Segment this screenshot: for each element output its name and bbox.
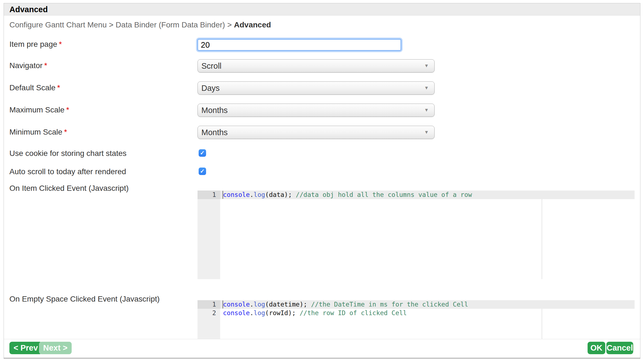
auto-scroll-checkbox[interactable]: ✓ [199, 168, 206, 175]
required-asterisk: * [57, 83, 60, 92]
editor-print-margin [542, 191, 542, 279]
ok-button[interactable]: OK [588, 342, 605, 354]
breadcrumb: Configure Gantt Chart Menu>Data Binder (… [9, 20, 271, 29]
footer-divider [4, 339, 640, 339]
chevron-down-icon: ▼ [424, 126, 429, 139]
chevron-down-icon: ▼ [424, 82, 429, 94]
auto-scroll-label: Auto scroll to today after rendered [9, 167, 126, 176]
use-cookie-label: Use cookie for storing chart states [9, 149, 126, 158]
navigator-selected-value: Scroll [201, 60, 222, 72]
navigator-select[interactable]: Scroll ▼ [198, 59, 435, 73]
check-icon: ✓ [199, 168, 206, 175]
item-pre-page-input[interactable] [198, 39, 401, 51]
navigator-label: Navigator* [9, 61, 47, 70]
dialog-title-bar: Advanced [4, 3, 640, 16]
on-item-clicked-label: On Item Clicked Event (Javascript) [9, 184, 129, 193]
editor-code-area[interactable]: console.log(data); //data obj hold all t… [220, 191, 635, 279]
on-item-clicked-code-editor[interactable]: 1 console.log(data); //data obj hold all… [198, 191, 635, 279]
maximum-scale-selected-value: Months [201, 104, 228, 117]
use-cookie-checkbox[interactable]: ✓ [199, 149, 206, 157]
minimum-scale-selected-value: Months [201, 126, 228, 139]
item-pre-page-label: Item pre page* [9, 40, 62, 49]
maximum-scale-label: Maximum Scale* [9, 106, 69, 114]
minimum-scale-select[interactable]: Months ▼ [198, 126, 435, 139]
next-button[interactable]: Next > [39, 342, 72, 354]
minimum-scale-label: Minimum Scale* [9, 128, 67, 137]
editor-line-number-gutter: 12 [198, 300, 220, 339]
prev-button[interactable]: < Prev [9, 342, 42, 354]
breadcrumb-item-menu[interactable]: Configure Gantt Chart Menu [9, 20, 107, 29]
on-empty-space-clicked-label: On Empty Space Clicked Event (Javascript… [9, 295, 160, 304]
on-empty-space-clicked-code-editor[interactable]: 12 console.log(datetime); //the DateTime… [198, 300, 635, 339]
check-icon: ✓ [199, 149, 206, 157]
editor-code-area[interactable]: console.log(datetime); //the DateTime in… [220, 300, 635, 339]
editor-line-number-gutter: 1 [198, 191, 220, 279]
default-scale-selected-value: Days [201, 82, 220, 94]
required-asterisk: * [59, 40, 62, 48]
breadcrumb-current: Advanced [234, 20, 271, 29]
chevron-down-icon: ▼ [424, 104, 429, 117]
required-asterisk: * [66, 106, 69, 114]
default-scale-select[interactable]: Days ▼ [198, 81, 435, 95]
breadcrumb-separator: > [109, 20, 113, 29]
advanced-dialog: Advanced Configure Gantt Chart Menu>Data… [4, 3, 640, 359]
dialog-title: Advanced [9, 3, 48, 16]
breadcrumb-item-data-binder[interactable]: Data Binder (Form Data Binder) [116, 20, 225, 29]
chevron-down-icon: ▼ [424, 60, 429, 72]
default-scale-label: Default Scale* [9, 83, 60, 92]
required-asterisk: * [64, 128, 67, 136]
maximum-scale-select[interactable]: Months ▼ [198, 104, 435, 117]
breadcrumb-separator: > [227, 20, 232, 29]
cancel-button[interactable]: Cancel [606, 342, 633, 354]
required-asterisk: * [44, 61, 47, 70]
